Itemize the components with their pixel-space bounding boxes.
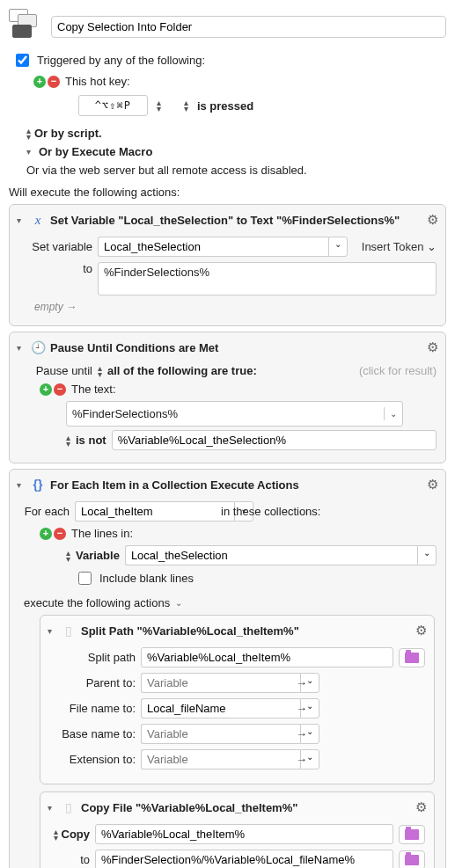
folder-icon	[405, 653, 419, 663]
variable-label: Variable	[76, 549, 120, 562]
comparison-value-input[interactable]	[112, 430, 437, 450]
gear-icon[interactable]: ⚙	[415, 799, 427, 815]
add-trigger-button[interactable]: +	[33, 76, 46, 88]
action-title: For Each Item in a Collection Execute Ac…	[50, 478, 422, 492]
remove-condition-button[interactable]: −	[54, 383, 66, 396]
lines-in-label: The lines in:	[71, 527, 133, 540]
pause-until-label: Pause until	[24, 364, 92, 377]
action-title: Copy File "%Variable%Local_theItem%"	[81, 801, 410, 814]
condition-text-input[interactable]: %FinderSelections%	[72, 407, 384, 420]
action-disclosure[interactable]: ▾	[17, 480, 26, 490]
variable-name-input[interactable]	[98, 237, 328, 257]
extension-to-label: Extension to:	[55, 753, 136, 766]
remove-collection-button[interactable]: −	[54, 528, 66, 540]
copy-dest-input[interactable]	[95, 850, 393, 868]
add-condition-button[interactable]: +	[40, 383, 52, 396]
action-disclosure[interactable]: ▾	[48, 626, 56, 636]
braces-icon: {}	[31, 478, 45, 492]
macro-folder-icon	[9, 9, 44, 44]
add-collection-button[interactable]: +	[40, 528, 52, 540]
arrow-icon: →	[296, 702, 307, 715]
gear-icon[interactable]: ⚙	[427, 477, 438, 492]
basename-to-label: Base name to:	[55, 727, 136, 740]
hotkey-type-selector[interactable]: ▴▾	[157, 99, 161, 112]
hotkey-mode-selector[interactable]: ▴▾	[184, 99, 188, 112]
parent-variable-input[interactable]	[141, 673, 300, 693]
hotkey-trigger-label: This hot key:	[65, 75, 130, 88]
action-title: Pause Until Conditions are Met	[50, 341, 422, 354]
condition-mode-selector[interactable]: ▴▾	[98, 365, 102, 377]
action-split-path: ▾ ▯ Split Path "%Variable%Local_theItem%…	[40, 615, 435, 784]
value-textarea[interactable]: %FinderSelections%	[98, 262, 437, 295]
parent-to-label: Parent to:	[55, 676, 136, 689]
file-icon: ▯	[62, 800, 76, 814]
click-for-result[interactable]: (click for result)	[359, 364, 437, 377]
script-trigger-selector[interactable]: ▴▾	[26, 128, 31, 140]
choose-folder-button[interactable]	[399, 648, 425, 667]
basename-variable-input[interactable]	[141, 724, 300, 744]
all-true-label: all of the following are true:	[107, 364, 257, 377]
include-blank-checkbox[interactable]	[78, 572, 92, 585]
action-title: Set Variable "Local_theSelection" to Tex…	[50, 214, 422, 227]
copy-label: Copy	[62, 828, 91, 841]
trigger-add-remove: + −	[33, 76, 60, 88]
condition-text-dropdown[interactable]: ⌄	[384, 407, 397, 420]
or-by-execute-macro-label: Or by Execute Macro	[39, 145, 152, 158]
action-pause-until: ▾ 🕘 Pause Until Conditions are Met ⚙ Pau…	[9, 332, 446, 463]
the-text-label: The text:	[71, 383, 116, 396]
triggers-label: Triggered by any of the following:	[37, 54, 205, 67]
variable-icon: x	[31, 213, 45, 227]
action-disclosure[interactable]: ▾	[17, 215, 26, 225]
choose-dest-folder-button[interactable]	[399, 850, 425, 869]
split-path-label: Split path	[55, 651, 136, 664]
include-blank-label: Include blank lines	[99, 572, 194, 585]
or-by-script-label: Or by script.	[34, 127, 102, 140]
choose-source-folder-button[interactable]	[399, 825, 425, 844]
variable-dropdown[interactable]: ⌄	[328, 237, 348, 257]
filename-to-label: File name to:	[55, 702, 136, 715]
macro-title-input[interactable]	[51, 16, 446, 38]
empty-indicator: empty →	[34, 301, 440, 313]
execute-macro-disclosure[interactable]: ▾	[26, 147, 35, 157]
file-icon: ▯	[62, 624, 76, 638]
is-not-label: is not	[76, 434, 106, 447]
insert-token-button[interactable]: Insert Token ⌄	[362, 240, 437, 253]
copy-mode-selector[interactable]: ▴▾	[54, 828, 58, 841]
copy-source-input[interactable]	[95, 824, 393, 844]
comparison-selector[interactable]: ▴▾	[66, 434, 70, 447]
gear-icon[interactable]: ⚙	[427, 339, 438, 355]
for-each-label: For each	[24, 505, 70, 518]
action-for-each: ▾ {} For Each Item in a Collection Execu…	[9, 469, 446, 868]
folder-icon	[405, 855, 419, 865]
action-disclosure[interactable]: ▾	[48, 803, 56, 813]
loop-variable-input[interactable]	[75, 501, 234, 522]
to-label: to	[24, 262, 92, 275]
arrow-icon: →	[296, 753, 307, 766]
hotkey-field[interactable]: ^⌥⇧⌘P	[78, 95, 148, 116]
arrow-icon: →	[296, 727, 307, 740]
or-web-server-label: Or via the web server but all remote acc…	[26, 164, 307, 177]
set-variable-label: Set variable	[24, 240, 92, 253]
action-copy-file: ▾ ▯ Copy File "%Variable%Local_theItem%"…	[40, 791, 435, 868]
action-disclosure[interactable]: ▾	[17, 343, 26, 353]
collection-variable-dropdown[interactable]: ⌄	[417, 545, 437, 565]
extension-variable-input[interactable]	[141, 749, 300, 770]
action-set-variable: ▾ x Set Variable "Local_theSelection" to…	[9, 204, 446, 326]
collection-variable-input[interactable]	[125, 545, 417, 565]
collection-source-selector[interactable]: ▴▾	[66, 550, 70, 562]
triggers-enabled-checkbox[interactable]	[16, 54, 29, 67]
split-path-input[interactable]	[141, 647, 393, 667]
execute-actions-dropdown[interactable]: ⌄	[175, 598, 184, 608]
hotkey-mode-label: is pressed	[197, 99, 253, 113]
action-title: Split Path "%Variable%Local_theItem%"	[81, 624, 410, 638]
remove-trigger-button[interactable]: −	[48, 76, 60, 88]
gear-icon[interactable]: ⚙	[415, 623, 427, 638]
execute-actions-label: execute the following actions	[24, 596, 170, 609]
arrow-icon: →	[296, 676, 307, 689]
to-label: to	[55, 853, 90, 866]
clock-icon: 🕘	[31, 340, 45, 354]
folder-icon	[405, 829, 419, 840]
gear-icon[interactable]: ⚙	[427, 212, 438, 228]
in-collections-label: in these collections:	[221, 505, 320, 518]
filename-variable-input[interactable]	[141, 698, 300, 718]
